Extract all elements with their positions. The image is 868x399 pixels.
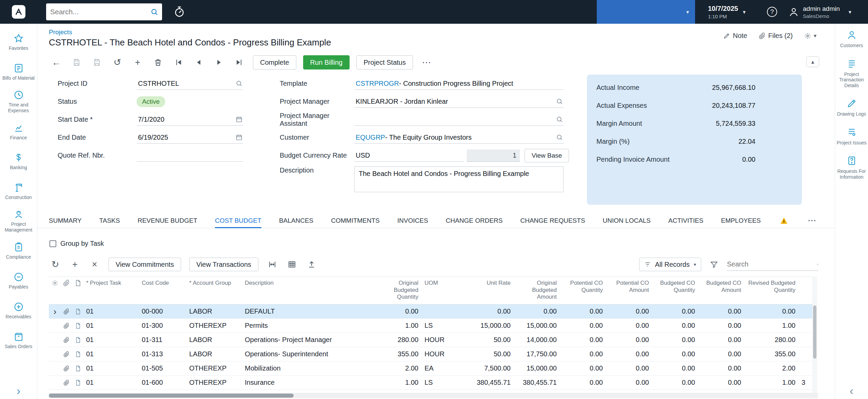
- tab-tasks[interactable]: TASKS: [99, 213, 120, 228]
- cell-potential-co-qty[interactable]: 0.00: [560, 322, 606, 330]
- cell-potential-co-amount[interactable]: 0.00: [606, 307, 652, 315]
- cell-potential-co-qty[interactable]: 0.00: [560, 307, 606, 315]
- cell-budgeted-co-qty[interactable]: 0.00: [652, 307, 698, 315]
- file-icon[interactable]: [72, 337, 84, 343]
- global-search-input[interactable]: [50, 8, 151, 16]
- cell-cost-code[interactable]: 01-311: [140, 336, 187, 344]
- paperclip-icon[interactable]: [61, 323, 72, 329]
- sidebar-item-sales-orders[interactable]: Sales Orders: [0, 325, 37, 355]
- cell-unit-rate[interactable]: 380,455.71: [469, 379, 514, 386]
- paperclip-icon[interactable]: [61, 365, 72, 372]
- cell-revised-qty[interactable]: 2.00: [745, 364, 799, 372]
- group-by-task-checkbox[interactable]: [50, 240, 56, 247]
- cell-uom[interactable]: LS: [422, 379, 469, 386]
- cell-project-task[interactable]: 01: [84, 322, 140, 330]
- column-header[interactable]: Budgeted CO Quantity: [652, 277, 698, 294]
- tab-revenue-budget[interactable]: REVENUE BUDGET: [138, 213, 197, 228]
- more-tabs-button[interactable]: ⋯: [808, 215, 816, 226]
- next-record-button[interactable]: [212, 56, 226, 69]
- paperclip-icon[interactable]: [61, 351, 72, 357]
- delete-row-button[interactable]: ×: [89, 259, 100, 270]
- cell-original-amount[interactable]: 15,000.00: [514, 322, 560, 330]
- column-header[interactable]: Potential CO Amount: [606, 277, 652, 294]
- table-row[interactable]: 01 01-311 LABOR Operations- Project Mana…: [49, 333, 812, 347]
- sidebar-item-project-management[interactable]: Project Management: [0, 206, 37, 236]
- cell-potential-co-amount[interactable]: 0.00: [606, 364, 652, 372]
- cell-uom[interactable]: HOUR: [422, 336, 469, 344]
- lookup-icon[interactable]: [556, 134, 563, 141]
- column-header[interactable]: UOM: [422, 277, 469, 287]
- tenant-selector[interactable]: ▾: [597, 0, 695, 24]
- table-row[interactable]: 01 01-600 OTHEREXP Insurance 1.00 LS 380…: [49, 376, 812, 390]
- column-header[interactable]: Unit Rate: [469, 277, 514, 287]
- collapse-form-button[interactable]: ▴: [806, 56, 819, 67]
- last-record-button[interactable]: [233, 56, 246, 69]
- project-id-field[interactable]: CSTRHOTEL: [137, 78, 243, 90]
- cell-original-amount[interactable]: 15,000.00: [514, 364, 560, 372]
- horizontal-scrollbar[interactable]: [49, 393, 818, 398]
- add-row-button[interactable]: +: [69, 259, 81, 270]
- paperclip-icon[interactable]: [61, 380, 72, 386]
- table-row[interactable]: [49, 390, 812, 393]
- warning-icon[interactable]: [780, 217, 788, 225]
- business-date-selector[interactable]: 10/7/2025 1:10 PM ▾: [708, 0, 746, 24]
- tab-commitments[interactable]: COMMITMENTS: [331, 213, 380, 228]
- cell-revised-qty[interactable]: 0.00: [745, 307, 799, 315]
- cell-potential-co-qty[interactable]: 0.00: [560, 350, 606, 358]
- cell-revised-qty[interactable]: 355.00: [745, 350, 799, 358]
- table-row[interactable]: 01 01-300 OTHEREXP Permits 1.00 LS 15,00…: [49, 319, 812, 333]
- table-row[interactable]: 01 01-505 OTHEREXP Mobilization 2.00 EA …: [49, 361, 812, 376]
- fit-width-icon[interactable]: [267, 260, 278, 268]
- cell-budgeted-co-amount[interactable]: 0.00: [698, 322, 745, 330]
- cell-cost-code[interactable]: 00-000: [140, 307, 187, 315]
- cell-original-qty[interactable]: 1.00: [387, 379, 422, 386]
- cell-project-task[interactable]: 01: [84, 379, 140, 386]
- file-icon[interactable]: [72, 365, 84, 372]
- cell-cost-code[interactable]: 01-313: [140, 350, 187, 358]
- cell-revised-qty[interactable]: 280.00: [745, 336, 799, 344]
- table-row[interactable]: › 01 00-000 LABOR DEFAULT 0.00 0.00 0.00…: [49, 304, 812, 319]
- cell-account-group[interactable]: LABOR: [187, 307, 243, 315]
- cell-project-task[interactable]: 01: [84, 350, 140, 358]
- cell-uom[interactable]: EA: [422, 364, 469, 372]
- cell-original-qty[interactable]: 0.00: [387, 307, 422, 315]
- cell-budgeted-co-qty[interactable]: 0.00: [652, 322, 698, 330]
- previous-record-button[interactable]: [192, 56, 205, 69]
- cell-budgeted-co-qty[interactable]: 0.00: [652, 379, 698, 386]
- column-settings-gear-icon[interactable]: [49, 277, 61, 286]
- sidebar-item-bills-of-material[interactable]: Bills of Material: [0, 57, 37, 87]
- customer-field[interactable]: EQUGRP - The Equity Group Investors: [354, 132, 564, 144]
- tab-summary[interactable]: SUMMARY: [49, 213, 82, 228]
- cell-description[interactable]: Mobilization: [243, 364, 387, 372]
- view-base-button[interactable]: View Base: [525, 149, 569, 162]
- cell-original-amount[interactable]: 380,455.71: [514, 379, 560, 386]
- cell-unit-rate[interactable]: 7,500.00: [469, 364, 514, 372]
- undo-button[interactable]: ↺: [111, 56, 124, 69]
- template-field[interactable]: CSTRPROGR - Construction Progress Billin…: [354, 78, 564, 90]
- more-actions-button[interactable]: ⋯: [420, 56, 433, 69]
- description-field[interactable]: The Beach Hotel and Condos - Progress Bi…: [354, 166, 564, 192]
- global-search[interactable]: [46, 3, 162, 20]
- expand-sidebar-icon[interactable]: ›: [0, 385, 37, 396]
- cell-cost-code[interactable]: 01-600: [140, 379, 187, 386]
- cell-account-group[interactable]: LABOR: [187, 350, 243, 358]
- cell-description[interactable]: Insurance: [243, 379, 387, 386]
- cell-original-qty[interactable]: 355.00: [387, 350, 422, 358]
- tab-employees[interactable]: EMPLOYEES: [721, 213, 761, 228]
- complete-button[interactable]: Complete: [253, 55, 296, 69]
- column-header[interactable]: Description: [243, 277, 387, 287]
- cell-potential-co-amount[interactable]: 0.00: [606, 350, 652, 358]
- add-record-button[interactable]: +: [131, 56, 144, 69]
- paperclip-icon[interactable]: [61, 337, 72, 343]
- currency-field[interactable]: USD: [354, 149, 463, 162]
- filter-funnel-icon[interactable]: [710, 260, 718, 268]
- lookup-icon[interactable]: [556, 116, 563, 123]
- project-manager-field[interactable]: KINLEARJOR - Jordan Kinlear: [354, 96, 564, 108]
- tab-cost-budget[interactable]: COST BUDGET: [215, 213, 261, 228]
- refresh-button[interactable]: ↻: [50, 259, 61, 270]
- project-manager-assistant-field[interactable]: [354, 114, 564, 126]
- cell-original-qty[interactable]: 1.00: [387, 322, 422, 330]
- column-header[interactable]: * Project Task: [84, 277, 140, 287]
- cell-budgeted-co-amount[interactable]: 0.00: [698, 379, 745, 386]
- grid-search[interactable]: [727, 258, 818, 271]
